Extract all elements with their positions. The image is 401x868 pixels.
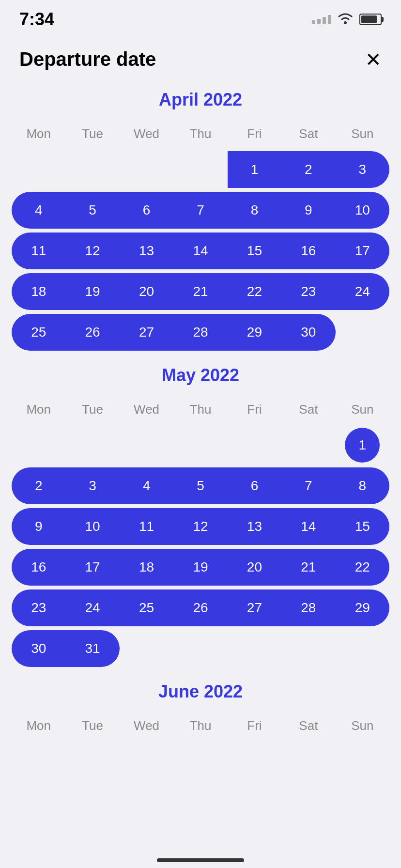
day-header-thu: Thu (173, 713, 227, 738)
day-11[interactable]: 11 (12, 232, 65, 269)
calendar-week: 23 24 25 26 27 28 29 (12, 589, 389, 626)
month-june-2022: June 2022 Mon Tue Wed Thu Fri Sat Sun (12, 682, 389, 738)
day-19[interactable]: 19 (65, 273, 119, 310)
day-18[interactable]: 18 (12, 273, 65, 310)
day-26[interactable]: 26 (65, 314, 119, 351)
day-may-14[interactable]: 14 (281, 508, 335, 545)
day-header-sun: Sun (336, 713, 389, 738)
calendar-week: 4 5 6 7 8 9 10 (12, 192, 389, 229)
day-may-27[interactable]: 27 (228, 589, 281, 626)
day-may-31[interactable]: 31 (65, 630, 119, 667)
day-header-sat: Sat (281, 397, 335, 422)
day-may-25[interactable]: 25 (120, 589, 173, 626)
empty-cell (120, 427, 173, 464)
day-28[interactable]: 28 (173, 314, 227, 351)
day-30[interactable]: 30 (281, 314, 335, 351)
day-may-28[interactable]: 28 (281, 589, 335, 626)
day-22[interactable]: 22 (228, 273, 281, 310)
day-may-12[interactable]: 12 (173, 508, 227, 545)
day-6[interactable]: 6 (120, 192, 173, 229)
day-13[interactable]: 13 (120, 232, 173, 269)
calendar-week: 2 3 4 5 6 7 8 (12, 467, 389, 504)
day-may-11[interactable]: 11 (120, 508, 173, 545)
day-may-5[interactable]: 5 (173, 467, 227, 504)
day-may-10[interactable]: 10 (65, 508, 119, 545)
day-header-tue: Tue (65, 122, 119, 146)
day-may-9[interactable]: 9 (12, 508, 65, 545)
day-24[interactable]: 24 (336, 273, 389, 310)
day-20[interactable]: 20 (120, 273, 173, 310)
day-may-2[interactable]: 2 (12, 467, 65, 504)
month-title-may: May 2022 (12, 365, 389, 386)
day-may-22[interactable]: 22 (336, 549, 389, 586)
day-may-30[interactable]: 30 (12, 630, 65, 667)
status-bar: 7:34 (0, 0, 401, 39)
day-header-mon: Mon (12, 122, 65, 146)
day-may-17[interactable]: 17 (65, 549, 119, 586)
empty-cell (281, 427, 335, 464)
day-may-8[interactable]: 8 (336, 467, 389, 504)
day-7[interactable]: 7 (173, 192, 227, 229)
day-header-tue: Tue (65, 713, 119, 738)
month-title-april: April 2022 (12, 90, 389, 110)
day-may-18[interactable]: 18 (120, 549, 173, 586)
day-may-24[interactable]: 24 (65, 589, 119, 626)
day-header-fri: Fri (228, 122, 281, 146)
calendar-week: 25 26 27 28 29 30 (12, 314, 389, 351)
day-10[interactable]: 10 (336, 192, 389, 229)
empty-cell (12, 151, 65, 188)
day-2[interactable]: 2 (281, 151, 335, 188)
empty-cell (173, 630, 227, 667)
day-25[interactable]: 25 (12, 314, 65, 351)
empty-cell (120, 151, 173, 188)
day-may-16[interactable]: 16 (12, 549, 65, 586)
calendar-week: 9 10 11 12 13 14 15 (12, 508, 389, 545)
day-14[interactable]: 14 (173, 232, 227, 269)
home-indicator (157, 858, 244, 862)
day-5[interactable]: 5 (65, 192, 119, 229)
close-button[interactable]: ✕ (365, 50, 382, 69)
day-may-23[interactable]: 23 (12, 589, 65, 626)
day-header-mon: Mon (12, 397, 65, 422)
day-9[interactable]: 9 (281, 192, 335, 229)
day-16[interactable]: 16 (281, 232, 335, 269)
day-15[interactable]: 15 (228, 232, 281, 269)
day-may-15[interactable]: 15 (336, 508, 389, 545)
day-may-6[interactable]: 6 (228, 467, 281, 504)
day-27[interactable]: 27 (120, 314, 173, 351)
month-title-june: June 2022 (12, 682, 389, 702)
day-may-21[interactable]: 21 (281, 549, 335, 586)
day-may-7[interactable]: 7 (281, 467, 335, 504)
day-header-tue: Tue (65, 397, 119, 422)
day-12[interactable]: 12 (65, 232, 119, 269)
day-may-19[interactable]: 19 (173, 549, 227, 586)
day-header-wed: Wed (120, 397, 173, 422)
day-headers-may: Mon Tue Wed Thu Fri Sat Sun (12, 397, 389, 422)
calendar-container: April 2022 Mon Tue Wed Thu Fri Sat Sun 1… (0, 85, 401, 772)
day-17[interactable]: 17 (336, 232, 389, 269)
day-header-sun: Sun (336, 397, 389, 422)
day-may-3[interactable]: 3 (65, 467, 119, 504)
empty-cell (65, 427, 119, 464)
day-header-sat: Sat (281, 713, 335, 738)
day-4[interactable]: 4 (12, 192, 65, 229)
day-8[interactable]: 8 (228, 192, 281, 229)
day-21[interactable]: 21 (173, 273, 227, 310)
day-may-1[interactable]: 1 (336, 427, 389, 464)
day-may-13[interactable]: 13 (228, 508, 281, 545)
day-1[interactable]: 1 (228, 151, 281, 188)
day-headers-april: Mon Tue Wed Thu Fri Sat Sun (12, 122, 389, 146)
day-header-mon: Mon (12, 713, 65, 738)
day-may-4[interactable]: 4 (120, 467, 173, 504)
day-23[interactable]: 23 (281, 273, 335, 310)
day-header-wed: Wed (120, 122, 173, 146)
status-icons (312, 12, 382, 28)
month-may-2022: May 2022 Mon Tue Wed Thu Fri Sat Sun 1 2 (12, 365, 389, 667)
battery-icon (359, 14, 382, 25)
day-may-26[interactable]: 26 (173, 589, 227, 626)
signal-icon (312, 15, 331, 24)
day-3[interactable]: 3 (336, 151, 389, 188)
day-may-29[interactable]: 29 (336, 589, 389, 626)
day-29[interactable]: 29 (228, 314, 281, 351)
day-may-20[interactable]: 20 (228, 549, 281, 586)
